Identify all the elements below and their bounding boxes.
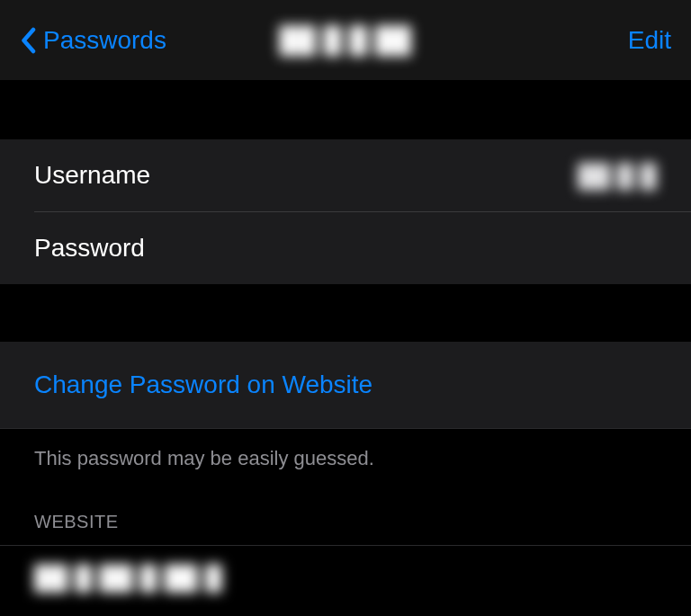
username-row[interactable]: Username ██ █ █: [0, 139, 691, 211]
change-password-button[interactable]: Change Password on Website: [0, 342, 691, 428]
security-hint: This password may be easily guessed.: [0, 429, 691, 495]
back-label: Passwords: [43, 26, 166, 55]
title-redacted: ██ █ █ ██: [280, 26, 412, 55]
website-row[interactable]: ██ █ ██ █ ██ █: [0, 546, 691, 616]
website-header: WEBSITE: [0, 495, 691, 545]
page-title: ██ █ █ ██: [280, 26, 412, 55]
nav-bar: Passwords ██ █ █ ██ Edit: [0, 0, 691, 80]
password-row[interactable]: Password: [0, 212, 691, 284]
chevron-left-icon: [20, 27, 36, 54]
username-label: Username: [34, 161, 150, 190]
edit-button[interactable]: Edit: [628, 26, 671, 55]
username-value: ██ █ █: [578, 163, 657, 189]
password-label: Password: [34, 234, 145, 263]
spacer: [0, 80, 691, 139]
back-button[interactable]: Passwords: [20, 26, 166, 55]
credentials-group: Username ██ █ █ Password: [0, 139, 691, 284]
website-value: ██ █ ██ █ ██ █: [34, 564, 222, 592]
spacer: [0, 284, 691, 342]
